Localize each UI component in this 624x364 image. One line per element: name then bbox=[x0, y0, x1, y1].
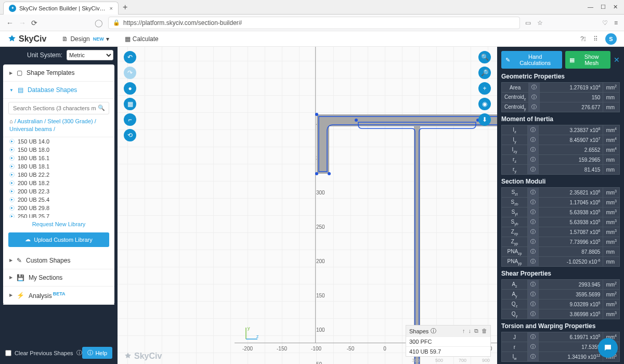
section-drawing[interactable] bbox=[118, 47, 497, 364]
info-icon[interactable]: ⓘ bbox=[528, 135, 539, 145]
add-icon[interactable]: + bbox=[478, 82, 491, 95]
prop-value: 1.17045 x106 bbox=[539, 198, 603, 207]
show-mesh-button[interactable]: ▦ Show Mesh bbox=[565, 51, 610, 69]
window-minimize-icon[interactable]: — bbox=[588, 4, 593, 10]
back-icon[interactable]: ← bbox=[6, 19, 14, 27]
info-icon[interactable]: ⓘ bbox=[529, 83, 540, 93]
url-input[interactable]: 🔒 https://platform.skyciv.com/section-bu… bbox=[108, 17, 520, 29]
upload-library-button[interactable]: ☁ Upload Custom Library bbox=[8, 232, 109, 247]
forward-icon[interactable]: → bbox=[19, 19, 26, 27]
info-icon[interactable]: ⓘ bbox=[529, 93, 540, 102]
hand-calculations-button[interactable]: ✎ Hand Calculations bbox=[501, 51, 562, 69]
bookmark-icon[interactable]: ☆ bbox=[537, 19, 543, 27]
zoom-in-icon[interactable]: 🔍 bbox=[478, 51, 491, 63]
rotate-icon[interactable]: ⟲ bbox=[124, 129, 136, 141]
info-icon[interactable]: ⓘ bbox=[431, 327, 436, 335]
window-maximize-icon[interactable]: ☐ bbox=[601, 4, 606, 10]
reader-icon[interactable]: ▭ bbox=[525, 19, 531, 27]
info-icon[interactable]: ⓘ bbox=[529, 102, 540, 112]
shape-templates-accordion[interactable]: ▶ ▢ Shape Templates bbox=[3, 64, 114, 82]
section-list-item[interactable]: ▸180 UB 22.2 bbox=[7, 171, 110, 179]
section-list-item[interactable]: ▸150 UB 18.0 bbox=[7, 146, 110, 154]
help-icon[interactable]: ?⃝ bbox=[580, 35, 586, 43]
info-icon[interactable]: ⓘ bbox=[528, 309, 539, 319]
clear-previous-checkbox[interactable]: Clear Previous Shapes ⓘ bbox=[5, 349, 82, 357]
tab-close-icon[interactable]: × bbox=[109, 5, 112, 11]
info-icon[interactable]: ⓘ bbox=[528, 198, 539, 207]
section-search-input[interactable] bbox=[8, 102, 109, 114]
info-icon[interactable]: ⓘ bbox=[528, 237, 539, 247]
arrow-down-icon[interactable]: ↓ bbox=[469, 328, 472, 334]
info-icon[interactable]: ⓘ bbox=[528, 165, 539, 175]
shape-row[interactable]: 300 PFC bbox=[406, 336, 490, 346]
section-list[interactable]: ▸150 UB 14.0▸150 UB 18.0▸180 UB 16.1▸180… bbox=[3, 137, 114, 218]
prop-label: Area bbox=[502, 83, 529, 93]
breadcrumb[interactable]: ⌂ / Australian / Steel (300 Grade) / Uni… bbox=[3, 118, 114, 137]
menu-icon[interactable]: ≡ bbox=[614, 19, 618, 27]
info-icon[interactable]: ⓘ bbox=[528, 155, 539, 165]
search-icon[interactable]: 🔍 bbox=[98, 105, 105, 111]
section-list-item[interactable]: ▸180 UB 16.1 bbox=[7, 154, 110, 162]
home-icon[interactable]: ⌂ bbox=[9, 118, 13, 124]
shield-icon[interactable]: ◯ bbox=[95, 19, 103, 27]
info-icon[interactable]: ⓘ bbox=[528, 125, 539, 135]
custom-shapes-accordion[interactable]: ▶ ✎ Custom Shapes bbox=[3, 252, 114, 269]
canvas-area[interactable]: 40035030025020015010050 -200-150-100-500… bbox=[118, 47, 497, 364]
close-icon[interactable]: ✕ bbox=[614, 56, 620, 64]
download-icon[interactable]: ⬇ bbox=[478, 113, 491, 126]
arrow-up-icon[interactable]: ↑ bbox=[462, 328, 465, 334]
axis-indicator: y z bbox=[244, 324, 261, 341]
info-icon[interactable]: ⓘ bbox=[76, 349, 82, 357]
undo-icon[interactable]: ↶ bbox=[124, 51, 136, 63]
section-list-item[interactable]: ▸180 UB 18.1 bbox=[7, 162, 110, 171]
info-icon[interactable]: ⓘ bbox=[528, 342, 539, 352]
grid-icon[interactable]: ▦ bbox=[124, 98, 136, 110]
measure-icon[interactable]: ⌐ bbox=[124, 113, 136, 126]
camera-icon[interactable]: ◉ bbox=[478, 98, 491, 110]
prop-value: 8.45907 x107 bbox=[539, 135, 603, 145]
my-sections-accordion[interactable]: ▶ 💾 My Sections bbox=[3, 269, 114, 287]
extension-icon[interactable]: ♡ bbox=[602, 19, 608, 27]
snap-icon[interactable]: ● bbox=[124, 82, 136, 95]
info-icon[interactable]: ⓘ bbox=[528, 207, 539, 217]
section-list-item[interactable]: ▸150 UB 14.0 bbox=[7, 137, 110, 146]
new-tab-button[interactable]: + bbox=[123, 3, 127, 12]
section-list-item[interactable]: ▸200 UB 25.4 bbox=[7, 196, 110, 204]
info-icon[interactable]: ⓘ bbox=[528, 217, 539, 227]
info-icon[interactable]: ⓘ bbox=[528, 300, 539, 309]
browser-tab[interactable]: ✦ SkyCiv Section Builder | SkyCiv… × bbox=[3, 2, 119, 15]
design-menu[interactable]: 🗎 Design NEW ▾ bbox=[62, 35, 109, 43]
redo-icon[interactable]: ↷ bbox=[124, 67, 136, 79]
prop-value: 87.8805 bbox=[539, 247, 603, 257]
trash-icon[interactable]: 🗑 bbox=[482, 328, 487, 334]
copy-icon[interactable]: ⧉ bbox=[474, 328, 478, 334]
apps-grid-icon[interactable]: ⠿ bbox=[593, 35, 598, 43]
section-list-item[interactable]: ▸200 UB 22.3 bbox=[7, 187, 110, 196]
section-list-item[interactable]: ▸200 UB 18.2 bbox=[7, 179, 110, 187]
info-icon[interactable]: ⓘ bbox=[528, 247, 539, 257]
shapes-card: ▶ ▢ Shape Templates ▼ ▤ Database Shapes … bbox=[3, 64, 114, 305]
help-button[interactable]: ⓘ Help bbox=[82, 347, 112, 359]
shape-row[interactable]: 410 UB 59.7 bbox=[406, 346, 490, 356]
brand-logo[interactable]: SkyCiv bbox=[7, 34, 46, 44]
analysis-accordion[interactable]: ▶ ⚡ AnalysisBETA bbox=[3, 287, 114, 305]
section-list-item[interactable]: ▸200 UB 29.8 bbox=[7, 204, 110, 212]
reload-icon[interactable]: ⟳ bbox=[31, 19, 37, 27]
info-icon[interactable]: ⓘ bbox=[528, 332, 539, 342]
request-library-link[interactable]: Request New Library bbox=[3, 218, 114, 230]
info-icon[interactable]: ⓘ bbox=[528, 145, 539, 155]
calculate-menu[interactable]: ▦ Calculate bbox=[125, 35, 159, 43]
info-icon[interactable]: ⓘ bbox=[528, 352, 539, 362]
info-icon[interactable]: ⓘ bbox=[528, 280, 539, 290]
unit-select[interactable]: Metric bbox=[67, 50, 113, 60]
window-close-icon[interactable]: ✕ bbox=[613, 4, 618, 10]
section-list-item[interactable]: ▸250 UB 25.7 bbox=[7, 212, 110, 218]
zoom-out-icon[interactable]: 🔎 bbox=[478, 67, 491, 79]
database-shapes-accordion[interactable]: ▼ ▤ Database Shapes bbox=[3, 82, 114, 99]
avatar[interactable]: S bbox=[605, 33, 617, 45]
info-icon[interactable]: ⓘ bbox=[528, 257, 539, 267]
chat-bubble-icon[interactable] bbox=[598, 338, 618, 358]
info-icon[interactable]: ⓘ bbox=[528, 227, 539, 237]
info-icon[interactable]: ⓘ bbox=[528, 188, 539, 198]
info-icon[interactable]: ⓘ bbox=[528, 290, 539, 300]
